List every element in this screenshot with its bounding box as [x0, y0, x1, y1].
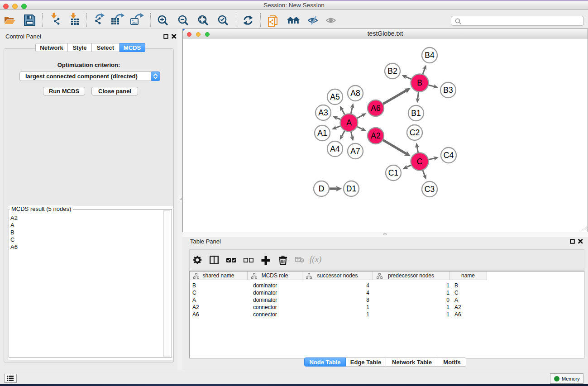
svg-text:B4: B4 [425, 51, 435, 60]
svg-text:C: C [417, 157, 423, 166]
svg-text:D: D [319, 184, 325, 193]
svg-text:C1: C1 [388, 168, 398, 177]
svg-text:B: B [417, 78, 422, 87]
svg-text:A1: A1 [317, 129, 327, 138]
svg-text:D1: D1 [346, 184, 356, 193]
svg-text:C4: C4 [444, 151, 454, 160]
svg-text:A7: A7 [350, 147, 360, 156]
svg-text:A2: A2 [371, 131, 380, 140]
svg-text:f(x): f(x) [310, 255, 321, 264]
svg-text:A6: A6 [371, 104, 380, 113]
svg-text:A8: A8 [350, 89, 360, 98]
svg-text:B2: B2 [387, 67, 397, 76]
svg-text:B1: B1 [411, 109, 421, 118]
svg-text:C3: C3 [425, 185, 435, 194]
svg-text:A: A [346, 118, 352, 127]
svg-text:A3: A3 [318, 108, 328, 117]
svg-text:A4: A4 [330, 144, 340, 153]
svg-text:A5: A5 [330, 92, 339, 101]
svg-text:B3: B3 [443, 86, 453, 95]
svg-text:C2: C2 [410, 128, 420, 137]
